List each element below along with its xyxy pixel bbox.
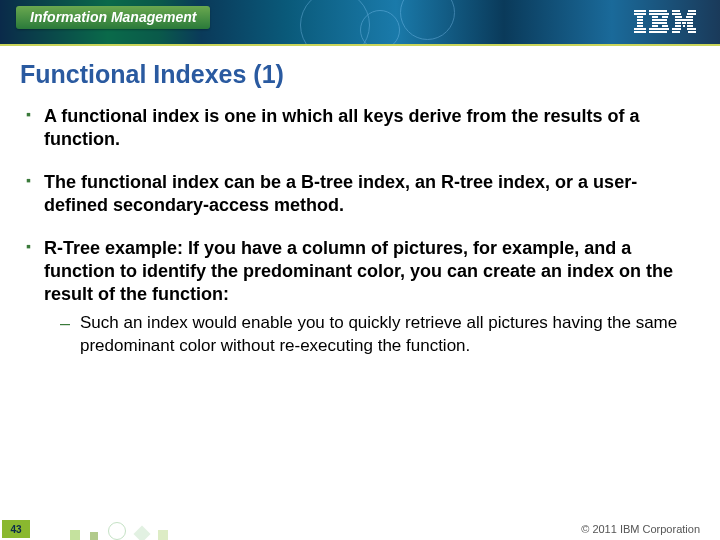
svg-rect-30 [687, 25, 693, 27]
svg-rect-13 [652, 22, 667, 24]
ibm-logo-icon [634, 10, 696, 34]
bullet-item: The functional index can be a B-tree ind… [26, 171, 694, 217]
svg-rect-8 [649, 10, 667, 12]
svg-rect-23 [686, 16, 693, 18]
slide-footer: 43 © 2011 IBM Corporation [0, 520, 720, 540]
svg-rect-11 [662, 16, 668, 18]
svg-rect-25 [675, 22, 681, 24]
slide: Information Management [0, 0, 720, 540]
svg-rect-32 [687, 28, 696, 30]
svg-rect-29 [683, 25, 685, 27]
svg-rect-31 [672, 28, 681, 30]
svg-rect-18 [672, 10, 680, 12]
svg-rect-0 [634, 10, 646, 12]
sub-bullet-list: Such an index would enable you to quickl… [44, 312, 694, 357]
svg-rect-19 [688, 10, 696, 12]
header-banner: Information Management [0, 0, 720, 46]
svg-rect-9 [649, 13, 669, 15]
svg-rect-16 [649, 28, 669, 30]
info-management-badge: Information Management [16, 6, 210, 29]
svg-rect-7 [634, 31, 646, 33]
svg-rect-1 [634, 13, 646, 15]
svg-rect-34 [688, 31, 696, 33]
copyright-text: © 2011 IBM Corporation [581, 523, 700, 535]
svg-rect-33 [672, 31, 680, 33]
slide-title: Functional Indexes (1) [0, 46, 720, 95]
page-number: 43 [2, 520, 30, 538]
svg-rect-21 [687, 13, 696, 15]
svg-rect-24 [675, 19, 693, 21]
svg-rect-6 [634, 28, 646, 30]
sub-bullet-item: Such an index would enable you to quickl… [60, 312, 694, 357]
sub-bullet-text: Such an index would enable you to quickl… [80, 313, 677, 354]
svg-rect-14 [652, 25, 658, 27]
bullet-text: The functional index can be a B-tree ind… [44, 172, 637, 215]
bullet-item: A functional index is one in which all k… [26, 105, 694, 151]
svg-rect-4 [637, 22, 643, 24]
svg-rect-28 [675, 25, 681, 27]
bullet-item: R-Tree example: If you have a column of … [26, 237, 694, 357]
svg-rect-17 [649, 31, 667, 33]
footer-decor [70, 522, 168, 540]
svg-rect-22 [675, 16, 682, 18]
svg-rect-3 [637, 19, 643, 21]
svg-rect-2 [637, 16, 643, 18]
bullet-text: A functional index is one in which all k… [44, 106, 639, 149]
bullet-text: R-Tree example: If you have a column of … [44, 238, 673, 304]
slide-content: A functional index is one in which all k… [0, 95, 720, 357]
svg-rect-26 [682, 22, 686, 24]
svg-rect-20 [672, 13, 681, 15]
svg-rect-5 [637, 25, 643, 27]
bullet-list: A functional index is one in which all k… [26, 105, 694, 357]
svg-rect-15 [662, 25, 668, 27]
svg-rect-12 [652, 19, 667, 21]
svg-rect-10 [652, 16, 658, 18]
svg-rect-27 [687, 22, 693, 24]
